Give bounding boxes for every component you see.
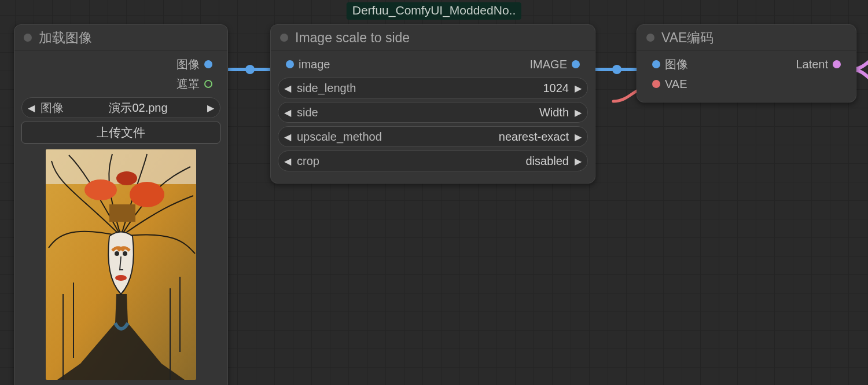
port-icon[interactable]	[204, 60, 212, 68]
widget-crop[interactable]: ◀ crop disabled ▶	[278, 151, 588, 171]
node-vae-encode[interactable]: VAE编码 图像 Latent VAE	[637, 24, 856, 102]
widget-label: 图像	[41, 100, 64, 116]
output-slot-latent[interactable]: Latent	[796, 58, 841, 71]
widget-value: 1024	[543, 82, 569, 95]
output-slot-mask[interactable]: 遮罩	[176, 76, 212, 92]
svg-point-13	[123, 251, 127, 256]
upload-button[interactable]: 上传文件	[21, 122, 220, 144]
slot-label: IMAGE	[530, 58, 567, 71]
svg-point-8	[84, 179, 117, 200]
port-icon[interactable]	[652, 80, 660, 88]
collapse-dot-icon[interactable]	[24, 34, 32, 42]
slot-label: VAE	[665, 78, 687, 91]
output-slot-image[interactable]: IMAGE	[530, 58, 580, 71]
widget-value: nearest-exact	[499, 130, 569, 144]
widget-side[interactable]: ◀ side Width ▶	[278, 102, 588, 123]
node-titlebar[interactable]: 加载图像	[14, 25, 227, 51]
chevron-left-icon[interactable]: ◀	[284, 83, 291, 94]
output-slot-image[interactable]: 图像	[176, 57, 212, 72]
svg-point-12	[115, 251, 119, 256]
svg-point-1	[245, 65, 255, 74]
slot-label: Latent	[796, 58, 828, 71]
port-icon[interactable]	[833, 60, 841, 68]
slot-label: 图像	[665, 57, 688, 72]
node-title: VAE编码	[661, 29, 713, 47]
image-select-widget[interactable]: ◀ 图像 演示02.png ▶	[21, 97, 220, 118]
widget-label: upscale_method	[297, 130, 382, 144]
widget-label: side_length	[297, 82, 356, 95]
chevron-left-icon[interactable]: ◀	[284, 107, 291, 118]
svg-point-4	[612, 65, 621, 74]
widget-value: Width	[539, 106, 569, 119]
chevron-left-icon[interactable]: ◀	[28, 102, 35, 113]
widget-label: side	[297, 106, 318, 119]
input-slot-image[interactable]: image	[286, 58, 330, 71]
node-title: 加载图像	[39, 29, 92, 47]
svg-point-9	[130, 182, 164, 207]
chevron-right-icon[interactable]: ▶	[575, 107, 582, 118]
chevron-right-icon[interactable]: ▶	[207, 102, 214, 113]
collapse-dot-icon[interactable]	[646, 34, 654, 42]
widget-value: disabled	[525, 155, 569, 168]
chevron-right-icon[interactable]: ▶	[575, 83, 582, 94]
svg-rect-11	[109, 204, 135, 222]
collapse-dot-icon[interactable]	[280, 34, 288, 42]
node-titlebar[interactable]: Image scale to side	[271, 25, 595, 51]
port-icon[interactable]	[652, 60, 660, 68]
node-titlebar[interactable]: VAE编码	[637, 25, 856, 51]
slot-label: 遮罩	[176, 76, 200, 92]
port-icon[interactable]	[204, 80, 212, 88]
input-slot-pixels[interactable]: 图像	[652, 57, 688, 72]
input-slot-vae[interactable]: VAE	[652, 78, 687, 91]
image-preview	[46, 149, 196, 380]
port-icon[interactable]	[572, 60, 580, 68]
svg-point-14	[115, 275, 127, 281]
widget-label: crop	[297, 155, 319, 168]
widget-value: 演示02.png	[109, 100, 167, 116]
chevron-left-icon[interactable]: ◀	[284, 131, 291, 142]
widget-side-length[interactable]: ◀ side_length 1024 ▶	[278, 78, 588, 98]
slot-label: image	[299, 58, 330, 71]
svg-point-10	[116, 171, 137, 185]
node-title: Image scale to side	[295, 30, 410, 46]
chevron-left-icon[interactable]: ◀	[284, 156, 291, 167]
node-load-image[interactable]: 加载图像 图像 遮罩 ◀ 图像 演示02.png	[14, 24, 228, 385]
chevron-right-icon[interactable]: ▶	[575, 131, 582, 142]
widget-upscale-method[interactable]: ◀ upscale_method nearest-exact ▶	[278, 126, 588, 147]
slot-label: 图像	[176, 57, 200, 72]
node-image-scale-to-side[interactable]: Image scale to side image IMAGE ◀ side_l…	[270, 24, 595, 184]
node-canvas[interactable]: 加载图像 图像 遮罩 ◀ 图像 演示02.png	[0, 0, 868, 385]
chevron-right-icon[interactable]: ▶	[575, 156, 582, 167]
port-icon[interactable]	[286, 60, 294, 68]
